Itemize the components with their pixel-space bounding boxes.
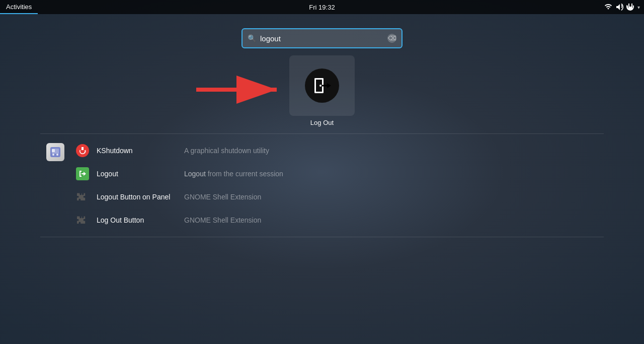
svg-rect-12 bbox=[52, 149, 55, 152]
results-section: KShutdown A graphical shutdown utility L… bbox=[40, 139, 604, 232]
svg-point-10 bbox=[52, 154, 54, 156]
search-container: 🔍 logout ⌫ bbox=[0, 28, 644, 48]
search-icon: 🔍 bbox=[248, 34, 256, 42]
extension-puzzle-icon-1 bbox=[76, 190, 89, 203]
power-symbol-icon bbox=[78, 147, 87, 155]
result-item-logout-button-on-panel[interactable]: Logout Button on Panel GNOME Shell Exten… bbox=[70, 185, 604, 209]
search-input[interactable]: logout bbox=[260, 34, 383, 43]
logout-green-icon bbox=[76, 167, 89, 180]
top-bar: Activities Fri 19:32 ▾ bbox=[0, 0, 644, 14]
log-out-button-desc: GNOME Shell Extension bbox=[184, 216, 261, 224]
power-menu-icon[interactable]: ▾ bbox=[637, 5, 640, 10]
logout-panel-icon bbox=[75, 190, 90, 204]
kshutdown-name: KShutdown bbox=[97, 147, 177, 155]
puzzle-icon-1 bbox=[76, 190, 89, 203]
search-box[interactable]: 🔍 logout ⌫ bbox=[242, 28, 403, 48]
log-out-button-icon bbox=[75, 213, 90, 227]
red-arrow-icon bbox=[196, 75, 287, 105]
app-icons-section: Log Out bbox=[0, 55, 644, 126]
arrow-annotation bbox=[196, 75, 287, 107]
power-icon[interactable] bbox=[626, 3, 634, 11]
network-icon[interactable] bbox=[604, 3, 612, 11]
puzzle-icon-2 bbox=[76, 214, 89, 227]
kshutdown-icon bbox=[75, 144, 90, 158]
volume-icon[interactable] bbox=[615, 3, 623, 11]
system-tray: ▾ bbox=[604, 3, 644, 11]
kshutdown-icon-circle bbox=[76, 144, 89, 157]
svg-marker-5 bbox=[327, 83, 331, 88]
logout-desc: Logout from the current session bbox=[184, 170, 283, 178]
result-item-kshutdown[interactable]: KShutdown A graphical shutdown utility bbox=[70, 139, 604, 162]
result-item-log-out-button[interactable]: Log Out Button GNOME Shell Extension bbox=[70, 209, 604, 232]
search-clear-button[interactable]: ⌫ bbox=[387, 34, 396, 43]
clock: Fri 19:32 bbox=[309, 4, 335, 11]
bottom-divider bbox=[40, 237, 604, 237]
app-icon-box bbox=[289, 55, 355, 116]
logout-panel-desc: GNOME Shell Extension bbox=[184, 193, 261, 201]
category-icon-software bbox=[40, 139, 70, 232]
logout-icon-circle bbox=[305, 68, 339, 103]
app-icon-label: Log Out bbox=[310, 119, 334, 126]
svg-point-7 bbox=[319, 85, 321, 87]
logout-list-icon bbox=[75, 167, 90, 181]
featured-app-logout[interactable]: Log Out bbox=[289, 55, 355, 126]
search-results-list: KShutdown A graphical shutdown utility L… bbox=[40, 134, 604, 237]
logout-name: Logout bbox=[97, 170, 177, 178]
extension-puzzle-icon-2 bbox=[76, 214, 89, 227]
activities-button[interactable]: Activities bbox=[0, 0, 38, 14]
kshutdown-desc: A graphical shutdown utility bbox=[184, 147, 269, 155]
logout-desc-highlight: Logout bbox=[184, 170, 206, 178]
result-items: KShutdown A graphical shutdown utility L… bbox=[70, 139, 604, 232]
log-out-button-name: Log Out Button bbox=[97, 216, 177, 224]
logout-panel-name: Logout Button on Panel bbox=[97, 193, 177, 201]
svg-point-11 bbox=[56, 154, 58, 156]
logout-icon bbox=[312, 76, 332, 96]
software-center-icon bbox=[49, 146, 61, 158]
software-app-icon bbox=[46, 143, 64, 161]
result-item-logout[interactable]: Logout Logout from the current session bbox=[70, 162, 604, 185]
logout-arrow-icon bbox=[78, 169, 87, 178]
